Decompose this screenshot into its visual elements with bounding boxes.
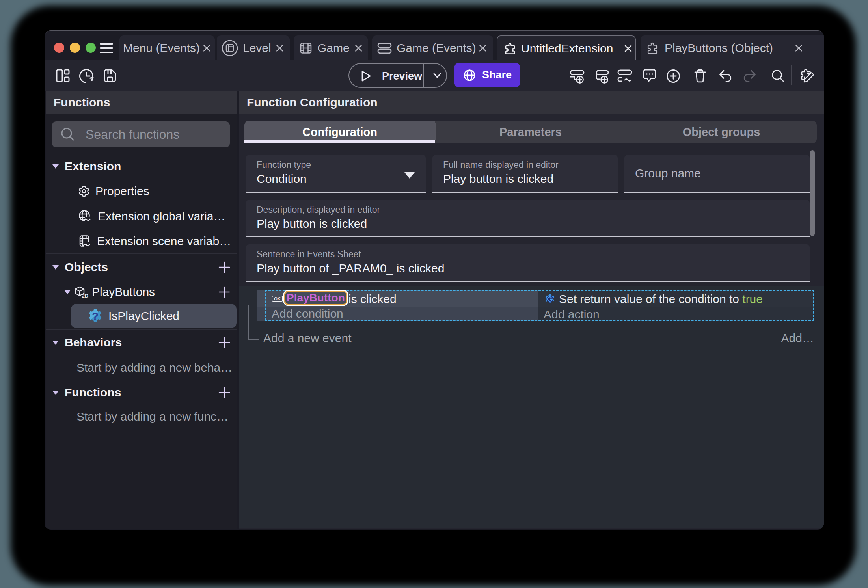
svg-text:?: ? (92, 310, 99, 322)
svg-text:2D: 2D (82, 293, 88, 298)
